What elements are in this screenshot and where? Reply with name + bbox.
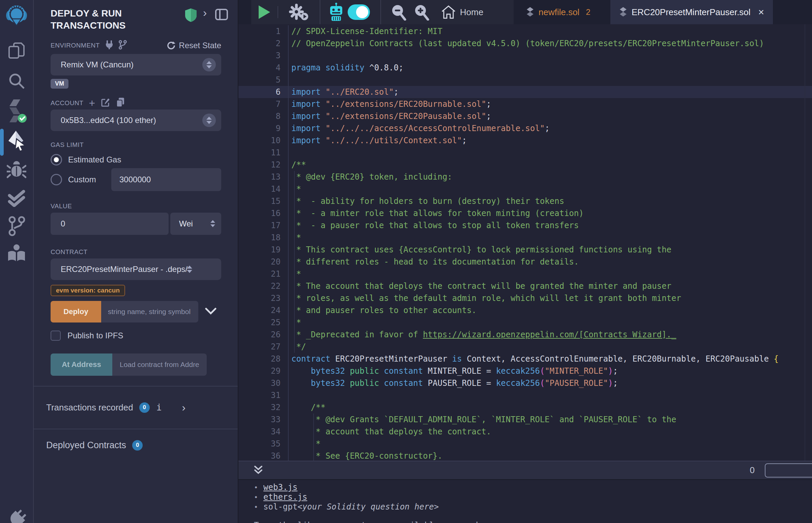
debugger-icon[interactable] — [7, 160, 26, 181]
panel-title: DEPLOY & RUN TRANSACTIONS — [51, 7, 179, 32]
custom-gas-radio[interactable] — [51, 174, 62, 185]
code-line[interactable]: 5 — [239, 74, 812, 86]
tab-newfile-sol[interactable]: newfile.sol 2 — [526, 0, 590, 24]
code-line[interactable]: 29 bytes32 public constant MINTER_ROLE =… — [239, 365, 812, 377]
close-tab-icon[interactable]: × — [758, 6, 764, 18]
account-select[interactable]: 0x5B3...eddC4 (100 ether) — [51, 109, 221, 131]
code-line[interactable]: 3 — [239, 50, 812, 62]
unit-testing-icon[interactable] — [7, 190, 26, 208]
edit-account-icon[interactable] — [101, 98, 110, 108]
code-line[interactable]: 25 * — [239, 317, 812, 328]
terminal-search-input[interactable] — [765, 463, 812, 477]
collapse-terminal-icon[interactable] — [253, 464, 263, 476]
code-line[interactable]: 26 * _Deprecated in favor of https://wiz… — [239, 328, 812, 341]
code-line[interactable]: 13 * @dev {ERC20} token, including: — [239, 171, 812, 183]
at-address-input[interactable] — [112, 354, 207, 376]
tab-error-count: 2 — [586, 7, 590, 17]
code-line[interactable]: 34 * account that deploys the contract. — [239, 426, 812, 438]
terminal-list-item: •sol-gpt <your Solidity question here> — [254, 502, 812, 512]
vm-badge: VM — [51, 79, 68, 89]
fork-environment-icon[interactable] — [119, 40, 127, 51]
solidity-compiler-icon[interactable] — [6, 99, 27, 125]
collapse-panel-icon[interactable]: › — [203, 6, 207, 19]
script-config-icon[interactable] — [288, 0, 309, 24]
terminal-hint: Type the library name to see available c… — [254, 521, 812, 523]
editor-scrollbar[interactable] — [805, 24, 805, 461]
code-line[interactable]: 24 * and pauser roles to other accounts. — [239, 304, 812, 317]
select-stepper-icon — [183, 263, 196, 276]
code-line[interactable]: 23 * roles, as well as the default admin… — [239, 292, 812, 304]
deploy-and-run-icon[interactable] — [6, 130, 27, 153]
code-line[interactable]: 18 * — [239, 232, 812, 244]
constructor-args-input[interactable] — [101, 301, 198, 323]
code-line[interactable]: 22 * The account that deploys the contra… — [239, 280, 812, 292]
pin-panel-icon[interactable] — [215, 9, 228, 22]
terminal-list-item[interactable]: •ethers.js — [254, 492, 812, 502]
code-line[interactable]: 14 * — [239, 183, 812, 195]
deploy-button[interactable]: Deploy — [51, 301, 101, 323]
code-line[interactable]: 11 — [239, 147, 812, 159]
copy-account-icon[interactable] — [116, 98, 125, 109]
code-line[interactable]: 30 bytes32 public constant PAUSER_ROLE =… — [239, 377, 812, 389]
code-line[interactable]: 6import "../ERC20.sol"; — [239, 86, 812, 98]
value-input[interactable] — [51, 213, 169, 235]
value-unit-select[interactable]: Wei — [170, 213, 221, 235]
code-line[interactable]: 2// OpenZeppelin Contracts (last updated… — [239, 37, 812, 50]
search-icon[interactable] — [7, 71, 26, 92]
plugin-manager-icon[interactable] — [7, 509, 26, 523]
code-line[interactable]: 21 * — [239, 268, 812, 280]
terminal-list-item[interactable]: •web3.js — [254, 483, 812, 492]
ai-copilot-toggle[interactable] — [348, 0, 370, 24]
environment-select[interactable]: Remix VM (Cancun) — [51, 54, 221, 75]
code-line[interactable]: 36 * See {ERC20-constructor}. — [239, 450, 812, 461]
code-line[interactable]: 27 */ — [239, 341, 812, 353]
gas-limit-label: GAS LIMIT — [51, 141, 221, 149]
code-line[interactable]: 9import "../../../access/AccessControlEn… — [239, 122, 812, 134]
editor-area: Home newfile.sol 2 ERC20PresetMinterPaus… — [239, 0, 812, 523]
solidity-file-icon — [526, 7, 534, 17]
add-account-icon[interactable]: + — [89, 100, 95, 107]
expand-constructor-icon[interactable] — [205, 307, 216, 316]
run-script-icon[interactable] — [257, 0, 271, 24]
code-line[interactable]: 8import "../extensions/ERC20Pausable.sol… — [239, 110, 812, 122]
environment-label: ENVIRONMENT — [51, 42, 100, 49]
tab-erc20presetminterpauser-sol[interactable]: ERC20PresetMinterPauser.sol × — [610, 0, 773, 24]
code-line[interactable]: 35 * — [239, 438, 812, 450]
code-line[interactable]: 32 /** — [239, 401, 812, 414]
evm-version-badge: evm version: cancun — [51, 285, 125, 296]
custom-gas-input[interactable] — [111, 168, 221, 191]
info-icon[interactable]: i — [157, 402, 162, 413]
expand-transactions-icon[interactable]: › — [182, 401, 186, 414]
git-icon[interactable] — [7, 216, 25, 238]
tab-home[interactable]: Home — [441, 0, 483, 24]
estimated-gas-option[interactable]: Estimated Gas — [51, 154, 221, 165]
remix-logo-icon[interactable] — [6, 4, 27, 29]
code-line[interactable]: 10import "../../../utils/Context.sol"; — [239, 134, 812, 147]
zoom-in-icon[interactable] — [414, 0, 430, 24]
code-line[interactable]: 33 * @dev Grants `DEFAULT_ADMIN_ROLE`, `… — [239, 414, 812, 426]
code-line[interactable]: 15 * - ability for holders to burn (dest… — [239, 195, 812, 207]
reset-state-button[interactable]: Reset State — [167, 41, 221, 50]
shield-icon — [185, 8, 197, 23]
code-line[interactable]: 28contract ERC20PresetMinterPauser is Co… — [239, 353, 812, 365]
code-line[interactable]: 1// SPDX-License-Identifier: MIT — [239, 25, 812, 37]
code-line[interactable]: 12/** — [239, 159, 812, 171]
zoom-out-icon[interactable] — [391, 0, 407, 24]
publish-ipfs-checkbox[interactable] — [51, 330, 61, 341]
file-explorer-icon[interactable] — [7, 42, 26, 62]
code-line[interactable]: 17 * - a pauser role that allows to stop… — [239, 219, 812, 232]
code-line[interactable]: 31 — [239, 389, 812, 401]
code-line[interactable]: 16 * - a minter role that allows for tok… — [239, 207, 812, 219]
code-line[interactable]: 20 * different roles - head to its docum… — [239, 256, 812, 268]
estimated-gas-radio[interactable] — [51, 154, 62, 165]
code-line[interactable]: 7import "../extensions/ERC20Burnable.sol… — [239, 98, 812, 110]
code-editor[interactable]: 1// SPDX-License-Identifier: MIT2// Open… — [239, 24, 812, 461]
terminal: 0 •web3.js•ethers.js•sol-gpt <your Solid… — [239, 461, 812, 523]
code-line[interactable]: 4pragma solidity ^0.8.0; — [239, 62, 812, 74]
terminal-toolbar: 0 — [239, 461, 812, 480]
code-line[interactable]: 19 * This contract uses {AccessControl} … — [239, 244, 812, 256]
at-address-button[interactable]: At Address — [51, 354, 112, 376]
plug-icon[interactable] — [105, 40, 113, 51]
learneth-icon[interactable] — [7, 243, 26, 264]
contract-select[interactable]: ERC20PresetMinterPauser - .deps/ — [51, 258, 221, 280]
